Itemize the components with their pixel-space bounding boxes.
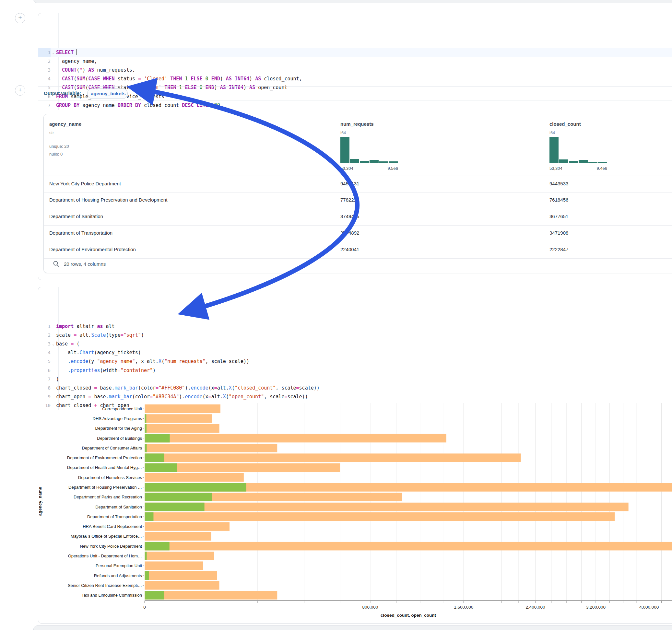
bar-closed-count <box>145 522 230 531</box>
bar-closed-count <box>145 405 220 413</box>
line-number: 4 <box>38 75 51 83</box>
add-cell-button-top[interactable]: + <box>15 13 25 23</box>
x-tick-label: 4,000,000 <box>639 605 659 610</box>
output-variable-label: Output variable: <box>44 91 81 96</box>
y-axis-label: Department of Housing Preservation … <box>68 485 142 490</box>
table-row[interactable]: Department of Environmental Protection22… <box>44 242 672 259</box>
output-variable-pill[interactable]: agency_tickets <box>87 89 128 99</box>
column-header[interactable]: closed_count <box>549 121 581 127</box>
fold-chevron-icon[interactable]: ⌄ <box>51 48 56 57</box>
plus-icon: + <box>18 14 22 21</box>
text-cursor <box>76 49 77 55</box>
y-axis-label: Department of Health and Mental Hyg… <box>67 465 142 470</box>
line-number: 3 <box>38 340 51 348</box>
code-line: 6 .properties(width="container") <box>38 366 672 375</box>
code-text: import altair as alt <box>56 322 115 331</box>
y-axis-label: New York City Police Department <box>80 544 142 549</box>
fold-spacer <box>51 75 56 83</box>
x-tick-label: 800,000 <box>362 605 378 610</box>
line-number: 2 <box>38 57 51 66</box>
code-line: 3 COUNT(*) AS num_requests, <box>38 66 672 75</box>
code-text: alt.Chart(agency_tickets) <box>56 348 141 357</box>
histogram-max-label: 9.5e6 <box>387 166 398 171</box>
cell-closed-count: 7618456 <box>549 197 568 202</box>
cell-closed-count: 3471908 <box>549 230 568 236</box>
column-header[interactable]: agency_name <box>49 121 81 127</box>
cell-num-requests: 7782211 <box>340 197 359 202</box>
bar-open-count <box>145 571 149 580</box>
y-axis-label: Correspondence Unit <box>102 406 142 411</box>
y-axis-label: Senior Citizen Rent Increase Exempti… <box>68 583 142 588</box>
bar-open-count <box>145 542 170 551</box>
y-axis-label: Operations Unit - Department of Hom… <box>68 554 142 558</box>
bar-closed-count <box>145 414 212 423</box>
bar-closed-count <box>145 503 628 511</box>
y-axis-label: Department of Buildings <box>97 436 142 441</box>
result-table: agency_namestrunique: 20nulls: 0num_requ… <box>44 114 672 273</box>
fold-spacer <box>51 57 56 66</box>
table-row[interactable]: Department of Housing Preservation and D… <box>44 192 672 209</box>
code-text: ) <box>56 375 59 384</box>
y-axis-label: Mayorâ€ s Office of Special Enforce… <box>71 534 142 539</box>
bar-closed-count <box>145 434 447 443</box>
table-footer: 20 rows, 4 columns <box>64 261 106 267</box>
bar-closed-count <box>145 591 278 600</box>
y-axis-label: Department for the Aging <box>95 426 142 431</box>
bar-open-count <box>145 463 177 472</box>
add-cell-button-middle[interactable]: + <box>15 85 25 96</box>
code-text: agency_name, <box>56 57 97 66</box>
bar-closed-count <box>145 512 615 521</box>
cell-closed-count: 3677651 <box>549 214 568 219</box>
table-row[interactable]: Department of Transportation377489234719… <box>44 225 672 242</box>
bar-closed-count <box>145 424 219 433</box>
y-axis-label: Refunds and Adjustments <box>94 573 142 578</box>
cell-num-requests: 9453131 <box>340 181 359 186</box>
y-axis-label: DHS Advantage Programs <box>93 416 142 421</box>
line-number: 7 <box>38 101 51 110</box>
column-stat: unique: 20 <box>49 144 69 149</box>
code-line: 3⌄base = ( <box>38 340 672 348</box>
bar-open-count <box>145 424 147 433</box>
line-number: 1 <box>38 322 51 331</box>
bar-open-count <box>145 414 146 423</box>
fold-chevron-icon[interactable]: ⌄ <box>51 340 56 348</box>
search-icon[interactable] <box>53 261 59 267</box>
fold-spacer <box>51 366 56 375</box>
cell-closed-count: 2222847 <box>549 247 568 252</box>
previous-cell-edge <box>33 0 672 3</box>
cell-agency-name: Department of Housing Preservation and D… <box>49 197 167 202</box>
bar-open-count <box>145 552 147 560</box>
y-axis-label: HRA Benefit Card Replacement <box>83 524 142 529</box>
line-number: 6 <box>38 366 51 375</box>
bar-open-count <box>145 483 246 492</box>
y-axis-label: Department of Sanitation <box>95 505 142 509</box>
y-axis-label: Department of Parks and Recreation <box>74 494 142 500</box>
cell-agency-name: New York City Police Department <box>49 181 121 186</box>
cell-agency-name: Department of Transportation <box>49 230 113 236</box>
table-row[interactable]: Department of Sanitation37494853677651 <box>44 209 672 225</box>
fold-spacer <box>51 66 56 75</box>
bar-closed-count <box>145 561 203 570</box>
code-text: .encode(y="agency_name", x=alt.X("num_re… <box>56 357 249 366</box>
column-header[interactable]: num_requests <box>340 121 374 127</box>
table-row[interactable]: New York City Police Department945313194… <box>44 176 672 193</box>
bar-closed-count <box>145 532 211 541</box>
sql-code-editor[interactable]: 1⌄SELECT 2 agency_name,3 COUNT(*) AS num… <box>38 13 672 110</box>
cell-num-requests: 3774892 <box>340 230 359 236</box>
code-text: CAST(SUM(CASE WHEN status = 'Closed' THE… <box>56 75 302 83</box>
cell-agency-name: Department of Sanitation <box>49 214 103 219</box>
fold-spacer <box>51 375 56 384</box>
column-type: i64 <box>340 130 346 135</box>
cell-agency-name: Department of Environmental Protection <box>49 247 136 252</box>
column-stat: nulls: 0 <box>49 152 63 156</box>
histogram-max-label: 9.4e6 <box>597 166 607 171</box>
cell-closed-count: 9443533 <box>549 181 568 186</box>
line-number: 5 <box>38 357 51 366</box>
line-number: 7 <box>38 375 51 384</box>
code-line: 5 .encode(y="agency_name", x=alt.X("num_… <box>38 357 672 366</box>
line-number: 1 <box>38 48 51 57</box>
code-text: SELECT <box>56 48 77 57</box>
line-number: 3 <box>38 66 51 75</box>
bar-closed-count <box>145 552 214 560</box>
y-axis-label: Taxi and Limousine Commission <box>82 593 142 598</box>
